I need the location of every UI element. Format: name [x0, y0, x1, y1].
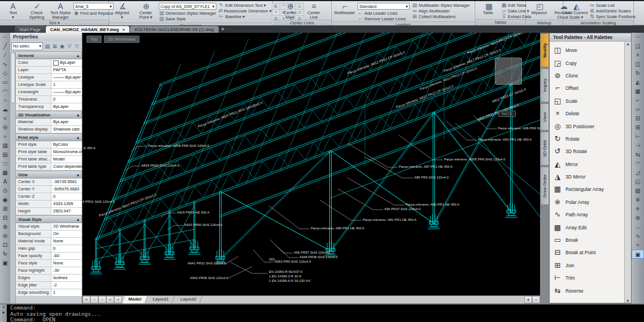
- palette-item-move[interactable]: ◫Move: [553, 44, 624, 56]
- region-icon[interactable]: □: [0, 159, 10, 168]
- property-value[interactable]: -505975.9883: [51, 186, 82, 193]
- selection-filter-combo[interactable]: No selec ▾: [11, 42, 43, 50]
- zoom-realtime-icon[interactable]: ◉: [0, 195, 10, 204]
- property-value[interactable]: 0: [51, 96, 82, 103]
- property-value[interactable]: 1: [51, 289, 82, 296]
- dimension-styles-manager-button[interactable]: ▤Dimension Styles Manager: [159, 10, 216, 16]
- palette-item-path-array[interactable]: ∿Path Array: [553, 208, 624, 221]
- orbit-icon[interactable]: ↻: [0, 250, 10, 259]
- find-and-replace-button[interactable]: ◉Find and Replace: [73, 10, 114, 16]
- close-icon[interactable]: ×: [2, 304, 5, 310]
- zoom-previous-icon[interactable]: ⊟: [0, 214, 10, 223]
- property-value[interactable]: Model: [51, 156, 82, 163]
- center-point-button[interactable]: ⊕CenterPoint ▾: [134, 1, 158, 23]
- scale-icon[interactable]: ◱: [632, 177, 644, 186]
- property-value[interactable]: -2: [51, 282, 82, 289]
- property-value[interactable]: -60: [51, 253, 82, 259]
- property-value[interactable]: ByLayer: [51, 59, 82, 66]
- layout-nav-button[interactable]: +: [114, 296, 122, 303]
- stretch-icon[interactable]: ▱: [632, 105, 644, 114]
- layout-tab-model[interactable]: Model: [123, 296, 147, 303]
- sync-scale-positions-button[interactable]: ⇅Sync Scale Positions: [589, 14, 636, 19]
- trim-icon[interactable]: ⊢: [632, 132, 644, 141]
- text-button[interactable]: AText▾: [1, 1, 25, 20]
- quick-properties-icon[interactable]: ▽: [73, 43, 80, 50]
- palette-tab-modify[interactable]: Modify: [540, 33, 549, 67]
- font-combo[interactable]: Arial_5▾: [73, 3, 114, 10]
- palette-item-3d-positioner[interactable]: ◎3D Positioner: [553, 120, 624, 132]
- chevron-down-icon[interactable]: ▾: [2, 310, 5, 316]
- palette-item-break-at-point[interactable]: ⊟Break at Point: [553, 246, 624, 259]
- viewport-view-control[interactable]: Top: [86, 36, 102, 43]
- palette-item-3d-mirror[interactable]: ◮3D Mirror: [553, 171, 624, 183]
- edit-polyline-icon[interactable]: ∿: [632, 232, 644, 241]
- palette-item-reverse[interactable]: ⇆Reverse: [553, 284, 624, 297]
- layout-nav-button[interactable]: »: [106, 296, 114, 303]
- palette-item-3d-rotate[interactable]: ↺3D Rotate: [553, 145, 624, 158]
- palette-item-polar-array[interactable]: ※Polar Array: [553, 196, 624, 208]
- array-icon[interactable]: ▦: [632, 87, 644, 96]
- toolbar-grip[interactable]: ⋯: [632, 33, 644, 42]
- palette-scrollbar[interactable]: ▲ ▼: [624, 42, 631, 303]
- fillet-icon[interactable]: ◠: [632, 159, 644, 168]
- tab-start-page[interactable]: Start Page: [15, 26, 45, 33]
- property-value[interactable]: 2503.947: [51, 208, 82, 215]
- section-header[interactable]: Visual Style▴: [16, 215, 82, 223]
- polygon-icon[interactable]: ◇: [0, 69, 10, 78]
- palette-item-offset[interactable]: ⌐Offset: [553, 82, 624, 94]
- layout-tab-layout2[interactable]: Layout2: [174, 296, 202, 303]
- property-value[interactable]: ———ByLayer: [51, 74, 82, 81]
- remove-leader-lines-button[interactable]: ⌐Remove Leader Lines: [358, 16, 410, 21]
- edit-spline-icon[interactable]: ≈: [632, 241, 644, 250]
- hatch-icon[interactable]: ▨: [0, 141, 10, 150]
- property-value[interactable]: 0: [51, 245, 82, 252]
- property-value[interactable]: PAFTA: [51, 67, 82, 73]
- ellipse-icon[interactable]: ⊖: [0, 123, 10, 132]
- toggle-pickadd-icon[interactable]: ⊞: [51, 43, 58, 50]
- text-styles-manager-button[interactable]: AText StylesManager: [49, 1, 72, 20]
- save-style-button[interactable]: ▥Save Style: [159, 16, 216, 21]
- palette-item-copy[interactable]: ◲Copy: [553, 56, 624, 69]
- layout-tab-layout1[interactable]: Layout1: [147, 296, 175, 303]
- palette-item-join[interactable]: ⊞Join: [553, 259, 624, 272]
- section-header[interactable]: View▴: [16, 171, 82, 179]
- properties-palette-icon[interactable]: ▣: [632, 250, 644, 259]
- add-current-scale-button[interactable]: ◭Add CurrentScale ▾: [564, 1, 588, 20]
- property-value[interactable]: 2D Wireframe: [51, 223, 82, 230]
- section-header[interactable]: General▴: [16, 51, 82, 59]
- quick-select-icon[interactable]: ▽: [66, 43, 73, 50]
- match-properties-icon[interactable]: ⊚: [632, 214, 644, 223]
- erase-icon[interactable]: ×: [632, 51, 644, 60]
- add-leader-lines-button[interactable]: ⌐Add Leader Lines: [358, 10, 410, 16]
- viewcube[interactable]: TOP: [495, 58, 522, 85]
- reassociate-dimension-button[interactable]: ⇄Reassociate Dimension ▾: [219, 8, 269, 14]
- property-value[interactable]: Monochrome.ctb: [51, 149, 82, 155]
- arc-icon[interactable]: ◠: [0, 87, 10, 96]
- select-objects-icon[interactable]: ◉: [59, 43, 66, 50]
- palette-item-delete[interactable]: ×Delete: [553, 107, 624, 120]
- palette-tab-3d-orbit[interactable]: 3D Orbit: [540, 132, 549, 166]
- tab-active-drawing[interactable]: CAN_HOROZ_HASAN_BEY.dwg ×: [46, 26, 129, 33]
- named-views-icon[interactable]: ▣: [0, 259, 10, 268]
- construction-line-icon[interactable]: ∕: [0, 51, 10, 60]
- palette-item-clone[interactable]: ⊚Clone: [553, 69, 624, 82]
- property-value[interactable]: Isolines: [51, 275, 82, 281]
- chamfer-icon[interactable]: ◿: [632, 168, 644, 177]
- dim-style-combo[interactable]: Copy of AS_DIM_STYLE1▾: [159, 3, 216, 10]
- property-value[interactable]: None: [51, 260, 82, 267]
- reverse-icon[interactable]: ⇆: [632, 150, 644, 159]
- line-icon[interactable]: ╱: [0, 42, 10, 51]
- mtext-icon[interactable]: A: [0, 177, 10, 186]
- center-line-button[interactable]: ≡CenterLine: [302, 1, 326, 20]
- palette-item-rectangular-array[interactable]: ▦Rectangular Array: [553, 183, 624, 195]
- collect-multileaders-button[interactable]: ⊞Collect Multileaders: [412, 14, 472, 19]
- property-value[interactable]: ———ByLayer: [51, 89, 82, 95]
- property-value[interactable]: ByColor: [51, 141, 82, 148]
- revision-cloud-icon[interactable]: ☁: [0, 105, 10, 114]
- center-mark-button[interactable]: ⊕CenterMark: [279, 1, 302, 20]
- spline-icon[interactable]: ≈: [0, 114, 10, 123]
- close-icon[interactable]: ×: [123, 27, 125, 32]
- join-icon[interactable]: ⊞: [632, 123, 644, 132]
- zoom-window-icon[interactable]: ⊞: [0, 204, 10, 214]
- zoom-in-icon[interactable]: ⊕: [0, 223, 10, 232]
